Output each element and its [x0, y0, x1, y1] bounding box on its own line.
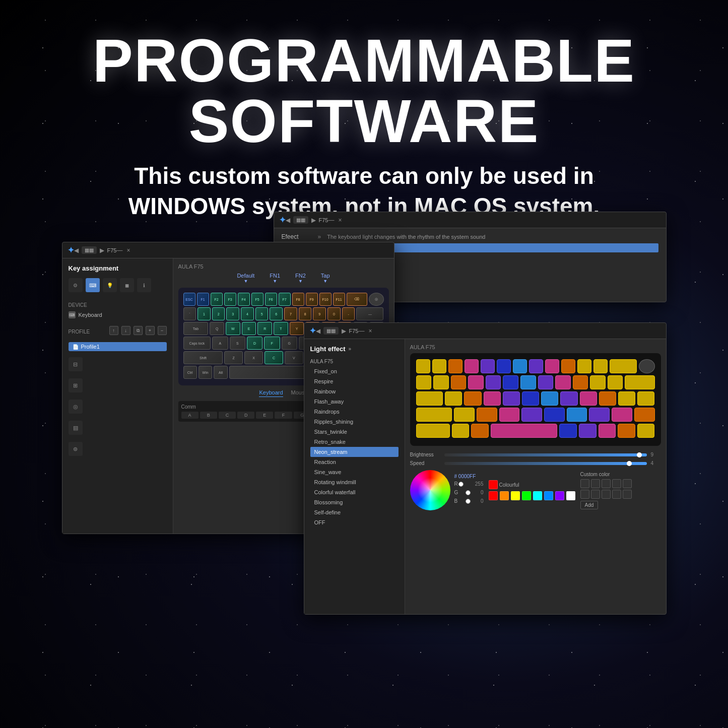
key-knob[interactable]: ◎ [369, 293, 384, 306]
rbw-key-29[interactable] [599, 391, 616, 406]
speed-slider[interactable] [444, 462, 647, 465]
key-window-controls[interactable]: — × [116, 247, 130, 254]
nav-icon-macro[interactable]: ◼ [120, 278, 134, 292]
profile-item[interactable]: 📄 Profile1 [69, 342, 167, 351]
color-wheel[interactable] [410, 470, 450, 510]
key-g[interactable]: G [282, 337, 297, 350]
swatch-3[interactable] [511, 491, 520, 500]
key-3[interactable]: 3 [226, 307, 239, 320]
key-1[interactable]: 1 [197, 307, 211, 320]
key-t[interactable]: T [274, 322, 288, 335]
minimize-effect[interactable]: — [328, 217, 334, 224]
key-ctrl-l[interactable]: Ctrl [183, 366, 197, 379]
rbw-key-18[interactable] [555, 375, 571, 389]
effect-self-define[interactable]: Self-define [310, 507, 399, 517]
fwd-arrow-key[interactable]: ▶ [100, 247, 104, 254]
key-q[interactable]: Q [210, 322, 224, 335]
fwd-arrow-light[interactable]: ▶ [342, 327, 346, 335]
key-tilde[interactable]: ` [183, 307, 196, 320]
rbw-key-12[interactable] [451, 375, 467, 389]
effect-rainbow[interactable]: Rainbow [310, 386, 399, 396]
back-arrow-key[interactable]: ◀ [74, 247, 79, 254]
profile-copy-icon[interactable]: ⧉ [134, 326, 143, 335]
tab-fn1[interactable]: FN1 ▼ [270, 273, 280, 284]
rbw-key-34[interactable] [521, 408, 542, 422]
key-0[interactable]: 0 [327, 307, 341, 320]
rbw-key-28[interactable] [580, 391, 597, 406]
left-nav-grid[interactable]: ⊞ [69, 378, 83, 392]
swatch-8[interactable] [566, 491, 575, 500]
key-2[interactable]: 2 [212, 307, 225, 320]
rbw-key-21[interactable] [445, 391, 462, 406]
effect-fixed-on[interactable]: Fixed_on [310, 366, 399, 376]
rbw-key-space[interactable] [491, 424, 557, 438]
rbw-key-15[interactable] [503, 375, 518, 389]
swatch-2[interactable] [500, 491, 509, 500]
profile-delete-icon[interactable]: − [158, 326, 167, 335]
key-space[interactable] [229, 366, 307, 379]
comm-f[interactable]: F [275, 412, 292, 419]
rbw-key-32[interactable] [477, 408, 497, 422]
key-y[interactable]: Y [290, 322, 304, 335]
tab-fn2[interactable]: FN2 ▼ [295, 273, 306, 284]
rbw-key-11[interactable] [433, 375, 449, 389]
key-f8[interactable]: F8 [292, 293, 304, 306]
rbw-key-210[interactable] [618, 391, 635, 406]
minimize-light[interactable]: — [358, 327, 364, 335]
rbw-key-13[interactable] [468, 375, 484, 389]
comm-e[interactable]: E [256, 412, 273, 419]
key-4[interactable]: 4 [241, 307, 254, 320]
key-z[interactable]: Z [224, 351, 243, 364]
rbw-key-35[interactable] [544, 408, 565, 422]
key-capslock[interactable]: Caps lock [183, 337, 211, 350]
effect-waterfall[interactable]: Colorful waterfall [310, 487, 399, 497]
rbw-key-211[interactable] [637, 391, 654, 406]
comm-d[interactable]: D [237, 412, 254, 419]
rbw-key-011[interactable] [593, 359, 608, 373]
nav-icon-settings[interactable]: ⚙ [69, 278, 83, 292]
fwd-arrow-effect[interactable]: ▶ [311, 217, 316, 224]
key-win[interactable]: Win [198, 366, 212, 379]
rbw-key-23[interactable] [484, 391, 501, 406]
key-esc[interactable]: ESC [183, 293, 195, 306]
key-f11[interactable]: F11 [333, 293, 345, 306]
key-back2[interactable]: — [356, 307, 383, 320]
rbw-key-33[interactable] [499, 408, 520, 422]
rbw-key-25[interactable] [522, 391, 539, 406]
light-window-controls[interactable]: — × [358, 327, 372, 335]
rbw-key-39[interactable] [634, 408, 655, 422]
effect-ripples[interactable]: Ripples_shining [310, 417, 399, 427]
rbw-key-40[interactable] [416, 424, 450, 438]
effect-retro[interactable]: Retro_snake [310, 437, 399, 447]
left-nav-sliders[interactable]: ⊟ [69, 357, 83, 371]
swatch-1[interactable] [489, 491, 498, 500]
rbw-key-16[interactable] [520, 375, 536, 389]
key-shift-l[interactable]: Shift [183, 351, 223, 364]
rbw-key-110[interactable] [590, 375, 606, 389]
brightness-slider[interactable] [444, 453, 647, 456]
tab-tap[interactable]: Tap ▼ [321, 273, 330, 284]
effect-sine[interactable]: Sine_wave [310, 467, 399, 477]
rbw-key-08[interactable] [545, 359, 559, 373]
key-f4[interactable]: F4 [238, 293, 250, 306]
key-f7[interactable]: F7 [279, 293, 291, 306]
profile-add-icon[interactable]: + [146, 326, 155, 335]
key-s[interactable]: S [230, 337, 245, 350]
tab-keyboard[interactable]: Keyboard [259, 389, 283, 397]
key-f10[interactable]: F10 [319, 293, 332, 306]
key-r[interactable]: R [257, 322, 272, 335]
effect-respire[interactable]: Respire [310, 376, 399, 386]
rbw-key-37[interactable] [589, 408, 610, 422]
custom-swatch-8[interactable] [612, 490, 621, 499]
rbw-key-31[interactable] [454, 408, 475, 422]
rbw-key-24[interactable] [503, 391, 520, 406]
key-9[interactable]: 9 [313, 307, 326, 320]
rbw-key-00[interactable] [416, 359, 430, 373]
key-x[interactable]: X [244, 351, 263, 364]
rbw-key-45[interactable] [599, 424, 616, 438]
key-6[interactable]: 6 [270, 307, 283, 320]
rbw-key-14[interactable] [486, 375, 501, 389]
rbw-key-02[interactable] [448, 359, 462, 373]
rbw-key-36[interactable] [567, 408, 587, 422]
custom-swatch-2[interactable] [602, 479, 611, 488]
